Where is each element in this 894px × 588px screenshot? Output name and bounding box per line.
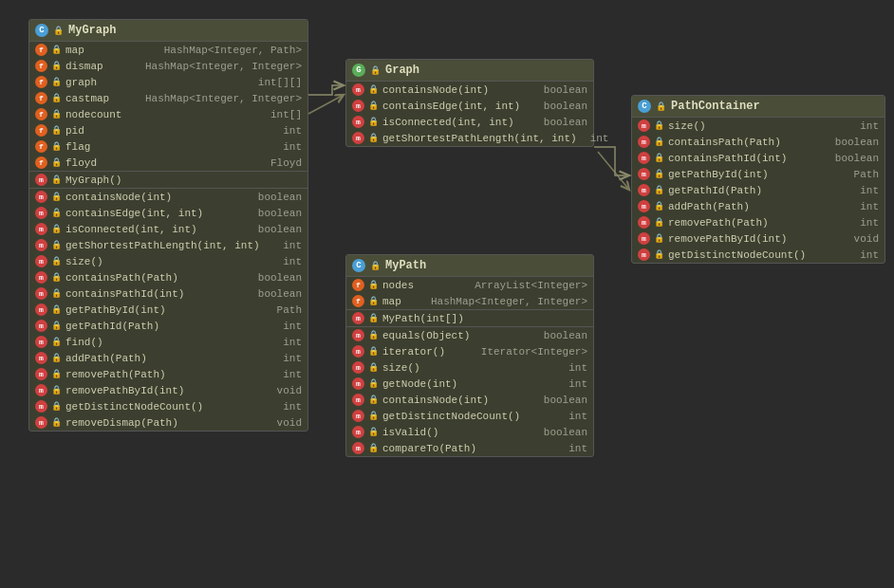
mypath-method-equals: m 🔒 equals(Object) boolean — [346, 327, 593, 343]
pathcontainer-method-getpathid: m 🔒 getPathId(Path) int — [632, 182, 885, 198]
method-icon: m — [638, 184, 650, 196]
field-icon: f — [352, 279, 364, 291]
class-header-pathcontainer: C 🔒 PathContainer — [632, 96, 885, 118]
field-icon: f — [35, 156, 47, 169]
method-icon: m — [638, 152, 650, 164]
mygraph-field-dismap: f 🔒 dismap HashMap<Integer, Integer> — [29, 58, 307, 74]
svg-line-0 — [308, 95, 344, 114]
method-icon: m — [35, 320, 47, 332]
mypath-constructor: m 🔒 MyPath(int[]) — [346, 310, 593, 326]
field-icon: f — [35, 44, 47, 56]
method-icon: m — [35, 303, 47, 316]
method-icon: m — [638, 168, 650, 180]
mypath-method-containsnode: m 🔒 containsNode(int) boolean — [346, 392, 593, 408]
pathcontainer-method-addpath: m 🔒 addPath(Path) int — [632, 198, 885, 214]
mygraph-method-getdistinctnodecount: m 🔒 getDistinctNodeCount() int — [29, 398, 307, 414]
mygraph-method-removepathbyid: m 🔒 removePathById(int) void — [29, 382, 307, 398]
graph-method-getshortestpath: m 🔒 getShortestPathLength(int, int) int — [346, 130, 593, 146]
mypath-class-name: MyPath — [385, 259, 426, 272]
method-icon: m — [35, 255, 47, 267]
method-icon: m — [35, 207, 47, 219]
mypath-field-map: f 🔒 map HashMap<Integer, Integer> — [346, 293, 593, 309]
mygraph-method-isconnected: m 🔒 isConnected(int, int) boolean — [29, 221, 307, 237]
mygraph-field-map: f 🔒 map HashMap<Integer, Path> — [29, 42, 307, 58]
class-box-graph: G 🔒 Graph m 🔒 containsNode(int) boolean … — [345, 59, 594, 147]
class-box-mypath: C 🔒 MyPath f 🔒 nodes ArrayList<Integer> … — [345, 254, 594, 457]
mygraph-constructor: m 🔒 MyGraph() — [29, 172, 307, 188]
mygraph-method-getpathid: m 🔒 getPathId(Path) int — [29, 318, 307, 334]
mygraph-class-icon: C — [35, 24, 48, 37]
mygraph-method-containsnode: m 🔒 containsNode(int) boolean — [29, 189, 307, 205]
method-icon: m — [352, 345, 364, 358]
mypath-field-nodes: f 🔒 nodes ArrayList<Integer> — [346, 277, 593, 293]
method-icon: m — [35, 223, 47, 235]
method-icon: m — [35, 368, 47, 380]
constructor-icon: m — [352, 312, 364, 324]
mygraph-field-floyd: f 🔒 floyd Floyd — [29, 155, 307, 171]
mygraph-method-addpath: m 🔒 addPath(Path) int — [29, 350, 307, 366]
method-icon: m — [352, 394, 364, 406]
method-icon: m — [638, 216, 650, 229]
pathcontainer-method-containspathid: m 🔒 containsPathId(int) boolean — [632, 150, 885, 166]
field-icon: f — [35, 76, 47, 88]
method-icon: m — [35, 239, 47, 251]
method-icon: m — [638, 119, 650, 132]
field-icon: f — [35, 92, 47, 104]
method-icon: m — [352, 442, 364, 454]
method-icon: m — [35, 271, 47, 284]
pathcontainer-class-name: PathContainer — [671, 100, 760, 113]
constructor-icon: m — [35, 174, 47, 186]
class-header-mygraph: C 🔒 MyGraph — [29, 20, 307, 42]
method-icon: m — [352, 132, 364, 144]
mygraph-class-name: MyGraph — [68, 24, 116, 37]
mygraph-method-find: m 🔒 find() int — [29, 334, 307, 350]
pathcontainer-method-getdistinctnodecount: m 🔒 getDistinctNodeCount() int — [632, 247, 885, 263]
mypath-method-iterator: m 🔒 iterator() Iterator<Integer> — [346, 343, 593, 359]
pathcontainer-method-removepath: m 🔒 removePath(Path) int — [632, 214, 885, 230]
mypath-method-getnode: m 🔒 getNode(int) int — [346, 376, 593, 392]
field-icon: f — [352, 295, 364, 307]
class-header-graph: G 🔒 Graph — [346, 60, 593, 82]
graph-class-icon: G — [352, 64, 365, 77]
pathcontainer-class-icon: C — [638, 100, 651, 113]
class-box-pathcontainer: C 🔒 PathContainer m 🔒 size() int m 🔒 con… — [631, 95, 885, 264]
class-header-mypath: C 🔒 MyPath — [346, 255, 593, 277]
pathcontainer-method-containspath: m 🔒 containsPath(Path) boolean — [632, 134, 885, 150]
mygraph-field-flag: f 🔒 flag int — [29, 138, 307, 155]
pathcontainer-method-size: m 🔒 size() int — [632, 118, 885, 134]
pathcontainer-method-getpathbyid: m 🔒 getPathById(int) Path — [632, 166, 885, 182]
mygraph-method-getshortestpath: m 🔒 getShortestPathLength(int, int) int — [29, 237, 307, 253]
svg-line-1 — [598, 152, 629, 190]
mypath-method-isvalid: m 🔒 isValid() boolean — [346, 424, 593, 440]
mygraph-method-containsedge: m 🔒 containsEdge(int, int) boolean — [29, 205, 307, 221]
mygraph-method-containspathid: m 🔒 containsPathId(int) boolean — [29, 285, 307, 302]
method-icon: m — [638, 200, 650, 212]
mygraph-method-size: m 🔒 size() int — [29, 253, 307, 269]
method-icon: m — [352, 426, 364, 438]
method-icon: m — [352, 361, 364, 374]
mypath-class-icon: C — [352, 259, 365, 272]
field-icon: f — [35, 124, 47, 137]
method-icon: m — [35, 384, 47, 396]
method-icon: m — [352, 410, 364, 422]
mypath-method-compareto: m 🔒 compareTo(Path) int — [346, 440, 593, 456]
mygraph-field-pid: f 🔒 pid int — [29, 122, 307, 138]
mygraph-method-removedismap: m 🔒 removeDismap(Path) void — [29, 414, 307, 431]
mygraph-field-graph: f 🔒 graph int[][] — [29, 74, 307, 90]
method-icon: m — [35, 352, 47, 364]
mypath-method-size: m 🔒 size() int — [346, 359, 593, 376]
mypath-method-getdistinctnodecount: m 🔒 getDistinctNodeCount() int — [346, 408, 593, 424]
mygraph-method-removepath: m 🔒 removePath(Path) int — [29, 366, 307, 382]
method-icon: m — [352, 116, 364, 128]
method-icon: m — [352, 83, 364, 96]
mygraph-field-nodecount: f 🔒 nodecount int[] — [29, 106, 307, 122]
method-icon: m — [35, 287, 47, 300]
method-icon: m — [35, 400, 47, 413]
graph-class-name: Graph — [385, 64, 419, 77]
mygraph-method-containspath: m 🔒 containsPath(Path) boolean — [29, 269, 307, 285]
mygraph-field-castmap: f 🔒 castmap HashMap<Integer, Integer> — [29, 90, 307, 106]
mygraph-method-getpathbyid: m 🔒 getPathById(int) Path — [29, 302, 307, 318]
graph-method-containsedge: m 🔒 containsEdge(int, int) boolean — [346, 98, 593, 114]
field-icon: f — [35, 140, 47, 153]
method-icon: m — [638, 248, 650, 261]
